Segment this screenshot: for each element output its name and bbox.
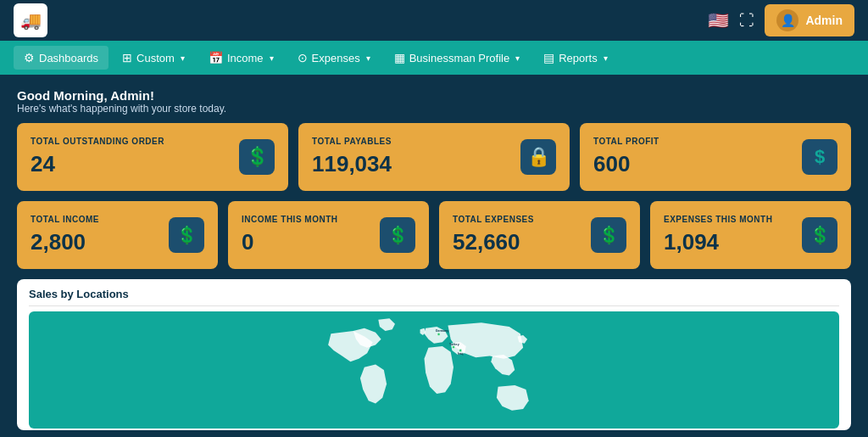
- dollar-icon: $: [815, 146, 825, 168]
- stat-value-outstanding: 24: [31, 151, 164, 177]
- stats-bottom-row: TOTAL INCOME 2,800 💲 INCOME THIS MONTH 0…: [17, 201, 851, 269]
- stats-top-row: TOTAL OUTSTANDING ORDER 24 💲 TOTAL PAYAB…: [17, 123, 851, 191]
- svg-text:Turkey: Turkey: [449, 343, 459, 346]
- stat-value-expenses-month: 1,094: [664, 229, 772, 255]
- admin-label: Admin: [805, 14, 843, 27]
- header-right: 🇺🇸 ⛶ 👤 Admin: [708, 4, 854, 36]
- stat-text-expenses-month: EXPENSES THIS MONTH 1,094: [664, 215, 772, 255]
- dashboards-icon: ⚙: [24, 51, 35, 64]
- stat-icon-expenses-month: 💲: [802, 217, 837, 253]
- greeting-title: Good Morning, Admin!: [17, 88, 851, 103]
- nav-label-businessman: Businessman Profile: [409, 52, 510, 64]
- stat-value-payables: 119,034: [312, 151, 392, 177]
- admin-button[interactable]: 👤 Admin: [765, 4, 854, 36]
- header: 🚚 🇺🇸 ⛶ 👤 Admin: [0, 0, 868, 41]
- chevron-down-icon-expenses: ▾: [366, 53, 370, 63]
- dollar-circle-icon-expenses-month: 💲: [810, 225, 831, 245]
- greeting-area: Good Morning, Admin! Here's what's happe…: [17, 83, 851, 123]
- stat-icon-profit: $: [802, 139, 837, 175]
- nav-item-expenses[interactable]: ⊙ Expenses ▾: [287, 46, 381, 70]
- income-icon: 📅: [209, 51, 223, 64]
- nav-item-businessman-profile[interactable]: ▦ Businessman Profile ▾: [384, 46, 531, 70]
- stat-text-expenses: TOTAL EXPENSES 52,660: [453, 215, 534, 255]
- nav-label-expenses: Expenses: [312, 52, 360, 64]
- nav-label-dashboards: Dashboards: [39, 52, 98, 64]
- stat-value-income: 2,800: [31, 229, 99, 255]
- stat-card-total-payables: TOTAL PAYABLES 119,034 🔒: [298, 123, 570, 191]
- world-map: Germany Turkey Iraq: [29, 311, 839, 429]
- stat-text-payables: TOTAL PAYABLES 119,034: [312, 137, 392, 177]
- chevron-down-icon: ▾: [181, 53, 185, 63]
- stat-text-profit: TOTAL PROFIT 600: [593, 137, 659, 177]
- stat-icon-income: 💲: [169, 217, 204, 253]
- svg-text:Iraq: Iraq: [458, 352, 464, 356]
- stat-icon-outstanding: 💲: [239, 139, 275, 175]
- dollar-circle-icon: 💲: [246, 146, 269, 168]
- stat-text-outstanding: TOTAL OUTSTANDING ORDER 24: [31, 137, 164, 177]
- nav-item-custom[interactable]: ⊞ Custom ▾: [112, 46, 195, 70]
- chevron-down-icon-reports: ▾: [604, 53, 608, 63]
- nav-label-income: Income: [227, 52, 264, 64]
- greeting-subtitle: Here's what's happening with your store …: [17, 103, 851, 115]
- sales-section: Sales by Locations: [17, 279, 851, 430]
- stat-icon-expenses: 💲: [591, 217, 626, 253]
- stat-card-total-outstanding-order: TOTAL OUTSTANDING ORDER 24 💲: [17, 123, 288, 191]
- stat-icon-income-month: 💲: [380, 217, 415, 253]
- admin-avatar: 👤: [776, 9, 798, 31]
- expand-icon[interactable]: ⛶: [739, 12, 754, 30]
- nav-item-income[interactable]: 📅 Income ▾: [198, 46, 284, 70]
- dollar-circle-icon-month: 💲: [387, 225, 409, 245]
- stat-label-income: TOTAL INCOME: [31, 215, 99, 224]
- stat-value-profit: 600: [593, 151, 659, 177]
- stat-value-income-month: 0: [242, 229, 338, 255]
- svg-point-0: [437, 333, 440, 335]
- nav-item-reports[interactable]: ▤ Reports ▾: [533, 46, 618, 70]
- expenses-icon: ⊙: [298, 51, 308, 64]
- stat-text-income: TOTAL INCOME 2,800: [31, 215, 99, 255]
- reports-icon: ▤: [543, 51, 554, 64]
- stat-card-total-expenses: TOTAL EXPENSES 52,660 💲: [439, 201, 640, 269]
- stat-text-income-month: INCOME THIS MONTH 0: [242, 215, 338, 255]
- nav-label-custom: Custom: [136, 52, 175, 64]
- nav: ⚙ Dashboards ⊞ Custom ▾ 📅 Income ▾ ⊙ Exp…: [0, 41, 868, 75]
- stat-card-income-month: INCOME THIS MONTH 0 💲: [228, 201, 429, 269]
- custom-icon: ⊞: [122, 51, 132, 64]
- logo-area: 🚚: [14, 3, 47, 37]
- map-svg: Germany Turkey Iraq: [29, 311, 839, 429]
- flag-icon: 🇺🇸: [708, 10, 729, 31]
- dollar-circle-icon-expenses: 💲: [598, 225, 620, 245]
- stat-card-total-income: TOTAL INCOME 2,800 💲: [17, 201, 218, 269]
- stat-card-total-profit: TOTAL PROFIT 600 $: [580, 123, 851, 191]
- stat-label-profit: TOTAL PROFIT: [593, 137, 659, 146]
- stat-label-expenses: TOTAL EXPENSES: [453, 215, 534, 224]
- lock-icon: 🔒: [527, 146, 550, 168]
- businessman-icon: ▦: [394, 51, 405, 64]
- sales-title: Sales by Locations: [29, 288, 839, 306]
- dollar-circle-icon-income: 💲: [176, 225, 198, 245]
- stat-card-expenses-month: EXPENSES THIS MONTH 1,094 💲: [650, 201, 851, 269]
- stat-icon-payables: 🔒: [520, 139, 556, 175]
- chevron-down-icon-income: ▾: [270, 53, 274, 63]
- logo-icon: 🚚: [20, 10, 42, 31]
- logo-box: 🚚: [14, 3, 47, 37]
- nav-label-reports: Reports: [559, 52, 598, 64]
- nav-item-dashboards[interactable]: ⚙ Dashboards: [14, 46, 108, 70]
- stat-value-expenses: 52,660: [453, 229, 534, 255]
- stat-label-outstanding: TOTAL OUTSTANDING ORDER: [31, 137, 164, 146]
- svg-text:Germany: Germany: [436, 329, 449, 333]
- chevron-down-icon-businessman: ▾: [515, 53, 520, 63]
- stat-label-income-month: INCOME THIS MONTH: [242, 215, 338, 224]
- svg-point-2: [459, 349, 462, 351]
- main-content: Good Morning, Admin! Here's what's happe…: [0, 75, 868, 437]
- stat-label-expenses-month: EXPENSES THIS MONTH: [664, 215, 772, 224]
- stat-label-payables: TOTAL PAYABLES: [312, 137, 392, 146]
